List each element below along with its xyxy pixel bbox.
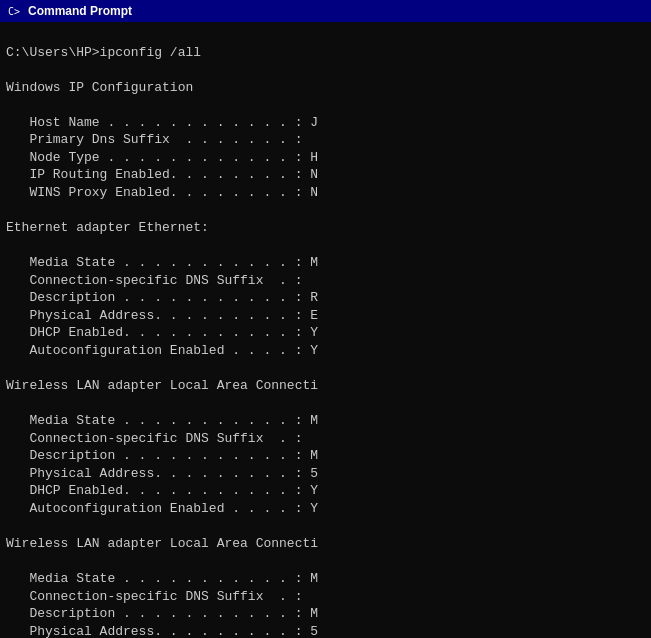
terminal-line: Autoconfiguration Enabled . . . . : Y <box>6 500 645 518</box>
terminal-line <box>6 237 645 255</box>
terminal-line: Media State . . . . . . . . . . . : M <box>6 412 645 430</box>
terminal-line: Description . . . . . . . . . . . : M <box>6 605 645 623</box>
cmd-icon: C> <box>6 3 22 19</box>
terminal-line: Wireless LAN adapter Local Area Connecti <box>6 377 645 395</box>
terminal-line <box>6 394 645 412</box>
terminal-line: Autoconfiguration Enabled . . . . : Y <box>6 342 645 360</box>
terminal-line: Wireless LAN adapter Local Area Connecti <box>6 535 645 553</box>
terminal-line: DHCP Enabled. . . . . . . . . . . : Y <box>6 482 645 500</box>
terminal-line <box>6 201 645 219</box>
terminal-line: Physical Address. . . . . . . . . : 5 <box>6 623 645 638</box>
svg-text:C>: C> <box>8 6 20 17</box>
window-title: Command Prompt <box>28 4 645 18</box>
title-bar: C> Command Prompt <box>0 0 651 22</box>
terminal-line: Primary Dns Suffix . . . . . . . : <box>6 131 645 149</box>
terminal-line <box>6 96 645 114</box>
terminal-line: Connection-specific DNS Suffix . : <box>6 588 645 606</box>
terminal-line <box>6 61 645 79</box>
terminal-line: Media State . . . . . . . . . . . : M <box>6 254 645 272</box>
terminal-line: Node Type . . . . . . . . . . . . : H <box>6 149 645 167</box>
terminal-line: Media State . . . . . . . . . . . : M <box>6 570 645 588</box>
terminal-line: Physical Address. . . . . . . . . : 5 <box>6 465 645 483</box>
terminal-line: Description . . . . . . . . . . . : M <box>6 447 645 465</box>
terminal-line <box>6 517 645 535</box>
terminal-line <box>6 359 645 377</box>
terminal-line: Ethernet adapter Ethernet: <box>6 219 645 237</box>
terminal-line: Description . . . . . . . . . . . : R <box>6 289 645 307</box>
terminal-line: DHCP Enabled. . . . . . . . . . . : Y <box>6 324 645 342</box>
terminal-line: Connection-specific DNS Suffix . : <box>6 272 645 290</box>
terminal-line: Physical Address. . . . . . . . . : E <box>6 307 645 325</box>
terminal-line: C:\Users\HP>ipconfig /all <box>6 44 645 62</box>
terminal-output: C:\Users\HP>ipconfig /all Windows IP Con… <box>0 22 651 638</box>
terminal-line <box>6 552 645 570</box>
terminal-line: Windows IP Configuration <box>6 79 645 97</box>
terminal-line: Connection-specific DNS Suffix . : <box>6 430 645 448</box>
terminal-line: WINS Proxy Enabled. . . . . . . . : N <box>6 184 645 202</box>
terminal-line: Host Name . . . . . . . . . . . . : J <box>6 114 645 132</box>
terminal-line: IP Routing Enabled. . . . . . . . : N <box>6 166 645 184</box>
